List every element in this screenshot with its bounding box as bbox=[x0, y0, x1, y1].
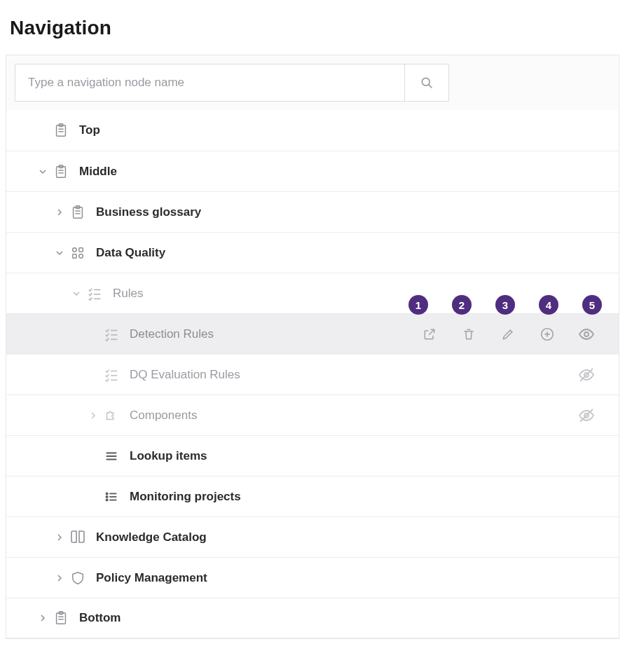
tree-node-label: Top bbox=[79, 123, 100, 137]
chevron-right-icon[interactable] bbox=[34, 610, 51, 626]
chevron-right-icon[interactable] bbox=[85, 407, 102, 424]
chevron-down-icon[interactable] bbox=[68, 285, 85, 302]
list-icon bbox=[102, 487, 121, 507]
puzzle-icon bbox=[102, 406, 121, 425]
eye-off-icon[interactable] bbox=[578, 366, 595, 383]
svg-point-27 bbox=[584, 332, 589, 336]
open-external-icon[interactable] bbox=[421, 326, 438, 343]
checklist-icon bbox=[85, 284, 104, 303]
eye-off-icon[interactable] bbox=[578, 407, 595, 424]
trash-icon[interactable] bbox=[460, 326, 477, 343]
svg-point-40 bbox=[106, 495, 107, 497]
search-row bbox=[6, 55, 619, 110]
tree-node-middle[interactable]: Middle bbox=[6, 151, 619, 191]
checklist-icon bbox=[102, 365, 121, 385]
tree-node-label: Policy Management bbox=[96, 571, 207, 585]
tree-node-top[interactable]: Top bbox=[6, 110, 619, 151]
tree-node-label: DQ Evaluation Rules bbox=[130, 368, 240, 382]
navigation-tree: Top Middle bbox=[6, 110, 619, 638]
tree-node-label: Business glossary bbox=[96, 205, 201, 219]
svg-rect-15 bbox=[79, 247, 83, 252]
tree-node-data-quality[interactable]: Data Quality bbox=[6, 232, 619, 273]
tree-node-label: Monitoring projects bbox=[130, 490, 241, 504]
clipboard-icon bbox=[51, 162, 71, 181]
book-icon bbox=[68, 528, 88, 547]
add-icon[interactable] bbox=[539, 326, 556, 343]
svg-point-38 bbox=[106, 493, 107, 494]
svg-rect-16 bbox=[73, 254, 77, 258]
row-actions bbox=[421, 326, 619, 343]
edit-icon[interactable] bbox=[500, 326, 516, 343]
tree-node-business-glossary[interactable]: Business glossary bbox=[6, 191, 619, 232]
eye-icon[interactable] bbox=[578, 326, 595, 343]
data-quality-icon bbox=[68, 243, 88, 263]
tree-node-label: Detection Rules bbox=[130, 327, 214, 341]
chevron-down-icon[interactable] bbox=[34, 163, 51, 180]
search-input[interactable] bbox=[15, 64, 404, 102]
callout-badge: 3 bbox=[495, 295, 515, 315]
row-actions bbox=[578, 407, 619, 424]
callout-badge: 1 bbox=[408, 295, 428, 315]
chevron-down-icon[interactable] bbox=[51, 245, 68, 261]
page-title: Navigation bbox=[0, 0, 625, 55]
tree-node-label: Middle bbox=[79, 165, 117, 179]
svg-point-14 bbox=[73, 247, 77, 252]
svg-point-17 bbox=[79, 254, 83, 258]
checklist-icon bbox=[102, 324, 121, 344]
svg-point-42 bbox=[106, 499, 107, 500]
tree-node-label: Data Quality bbox=[96, 246, 165, 260]
shield-icon bbox=[68, 568, 88, 588]
svg-line-1 bbox=[429, 85, 432, 88]
clipboard-icon bbox=[51, 121, 71, 140]
tree-node-components[interactable]: Components bbox=[6, 395, 619, 435]
search-icon bbox=[420, 76, 434, 90]
tree-node-knowledge-catalog[interactable]: Knowledge Catalog bbox=[6, 516, 619, 557]
clipboard-icon bbox=[51, 608, 71, 628]
row-actions bbox=[578, 366, 619, 383]
callout-badge: 2 bbox=[452, 295, 472, 315]
chevron-right-icon[interactable] bbox=[51, 570, 68, 587]
tree-node-monitoring-projects[interactable]: Monitoring projects bbox=[6, 476, 619, 516]
tree-node-label: Components bbox=[130, 409, 197, 423]
tree-node-label: Knowledge Catalog bbox=[96, 530, 207, 544]
tree-node-label: Bottom bbox=[79, 611, 121, 625]
search-button[interactable] bbox=[404, 64, 449, 102]
tree-node-lookup-items[interactable]: Lookup items bbox=[6, 435, 619, 476]
navigation-panel: Top Middle bbox=[6, 55, 619, 639]
chevron-right-icon[interactable] bbox=[51, 529, 68, 546]
callout-badge: 4 bbox=[539, 295, 558, 315]
tree-node-bottom[interactable]: Bottom bbox=[6, 598, 619, 638]
menu-icon bbox=[102, 446, 121, 466]
tree-node-detection-rules[interactable]: 1 2 3 4 5 Detection Rules bbox=[6, 313, 619, 354]
tree-node-label: Rules bbox=[113, 287, 143, 301]
tree-node-policy-management[interactable]: Policy Management bbox=[6, 557, 619, 598]
chevron-right-icon[interactable] bbox=[51, 204, 68, 221]
tree-node-dq-evaluation-rules[interactable]: DQ Evaluation Rules bbox=[6, 354, 619, 395]
clipboard-icon bbox=[68, 203, 88, 222]
callout-badge: 5 bbox=[582, 295, 602, 315]
svg-point-0 bbox=[422, 78, 430, 85]
tree-node-label: Lookup items bbox=[130, 449, 207, 463]
callout-badges: 1 2 3 4 5 bbox=[408, 295, 602, 315]
